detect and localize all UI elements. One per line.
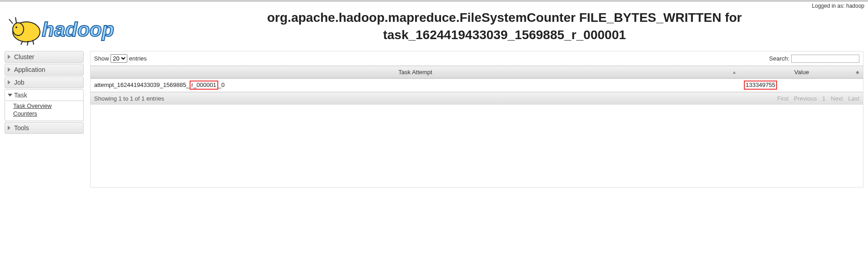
sort-both-icon: ◆ (856, 70, 859, 75)
pager-next[interactable]: Next (831, 95, 843, 102)
pager-page-1[interactable]: 1 (822, 95, 825, 102)
col-header-attempt[interactable]: Task Attempt ▲ (90, 66, 740, 79)
sidebar-item-task[interactable]: Task (5, 89, 84, 101)
sidebar-label: Cluster (14, 53, 34, 61)
col-header-label: Value (794, 69, 809, 76)
hadoop-logo: hadoop (5, 10, 146, 46)
sidebar: Cluster Application Job Task Task Overvi… (5, 51, 84, 188)
attempt-suffix: _0 (218, 81, 225, 88)
cell-value: 133349755 (740, 79, 863, 92)
sidebar-submenu-task: Task Overview Counters (5, 101, 84, 121)
page-title: org.apache.hadoop.mapreduce.FileSystemCo… (146, 9, 863, 44)
search-label: Search: (769, 55, 790, 62)
pager-previous[interactable]: Previous (794, 95, 817, 102)
pager-last[interactable]: Last (848, 95, 859, 102)
pager-first[interactable]: First (777, 95, 788, 102)
sidebar-label: Task (14, 91, 27, 99)
table-row: attempt_1624419433039_1569885_r_000001_0… (90, 79, 863, 92)
sidebar-label: Job (14, 79, 25, 86)
col-header-label: Task Attempt (398, 69, 432, 76)
link-task-overview[interactable]: Task Overview (13, 102, 80, 110)
show-label-post: entries (129, 55, 147, 62)
sidebar-item-application[interactable]: Application (5, 64, 84, 76)
page-size-select[interactable]: 20 (110, 54, 127, 63)
pager: First Previous 1 Next Last (773, 95, 859, 102)
search-wrap: Search: (769, 55, 859, 63)
highlight-value: 133349755 (744, 81, 777, 90)
table-info: Showing 1 to 1 of 1 entries (94, 95, 164, 102)
svg-point-2 (15, 26, 17, 28)
sidebar-label: Application (14, 66, 45, 73)
cell-attempt: attempt_1624419433039_1569885_r_000001_0 (90, 79, 740, 92)
attempt-prefix: attempt_1624419433039_1569885_ (94, 81, 190, 88)
sidebar-item-cluster[interactable]: Cluster (5, 51, 84, 63)
entries-length: Show 20 entries (94, 54, 147, 63)
sort-asc-icon: ▲ (732, 70, 737, 75)
col-header-value[interactable]: Value ◆ (740, 66, 863, 79)
svg-point-1 (13, 23, 24, 36)
svg-text:hadoop: hadoop (42, 18, 114, 41)
highlight-attempt: r_000001 (190, 81, 218, 90)
sidebar-item-job[interactable]: Job (5, 76, 84, 88)
link-counters[interactable]: Counters (13, 110, 80, 118)
show-label-pre: Show (94, 55, 109, 62)
counters-table: Task Attempt ▲ Value ◆ attempt_162441943… (90, 66, 863, 92)
sidebar-item-tools[interactable]: Tools (5, 122, 84, 134)
login-status: Logged in as: hadoop (0, 2, 868, 9)
content-panel: Show 20 entries Search: Task Attempt ▲ (90, 51, 863, 188)
search-input[interactable] (791, 55, 859, 63)
sidebar-label: Tools (14, 124, 29, 132)
